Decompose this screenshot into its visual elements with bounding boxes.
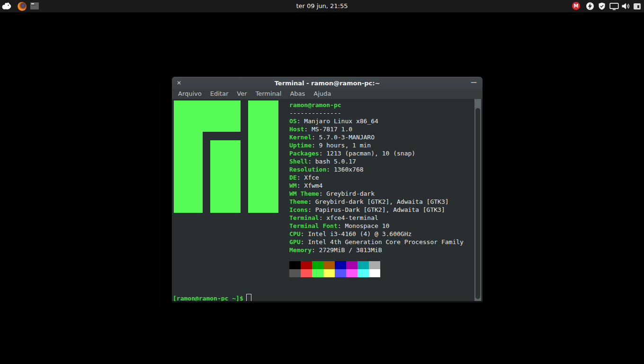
- volume-icon[interactable]: [621, 2, 630, 10]
- neofetch-info-line: Kernel: 5.7.0-3-MANJARO: [289, 133, 375, 141]
- palette-swatch: [323, 261, 335, 269]
- prompt-text: [ramon@ramon-pc ~]$: [173, 295, 243, 302]
- info-label: Terminal: [289, 214, 319, 221]
- neofetch-info-line: CPU: Intel i3-4160 (4) @ 3.600GHz: [289, 230, 411, 238]
- palette-swatch: [289, 261, 301, 269]
- menu-item-ajuda[interactable]: Ajuda: [309, 89, 335, 99]
- window-titlebar[interactable]: ✕ Terminal - ramon@ramon-pc:~ —: [172, 77, 483, 89]
- menu-item-arquivo[interactable]: Arquivo: [174, 89, 206, 99]
- neofetch-info-line: Icons: Papirus-Dark [GTK2], Adwaita [GTK…: [289, 206, 445, 214]
- neofetch-info-line: Memory: 2729MiB / 3813MiB: [289, 246, 382, 254]
- palette-swatch: [358, 269, 369, 277]
- info-label: Uptime: [289, 142, 312, 149]
- notes-icon-detail: [637, 5, 639, 8]
- palette-swatch: [346, 269, 358, 277]
- info-value: : Intel 4th Generation Core Processor Fa…: [300, 238, 463, 246]
- info-value: : Monospace 10: [338, 222, 390, 229]
- info-value: : 644x364: [326, 166, 363, 173]
- info-value: : xfce4-terminal: [319, 214, 378, 221]
- palette-swatch: [335, 261, 346, 269]
- neofetch-user-host: ramon@ramon-pc: [289, 101, 341, 109]
- palette-swatch: [346, 261, 358, 269]
- pager-mini-window: [31, 3, 34, 4]
- manjaro-logo-block: [210, 140, 241, 213]
- info-label: Packages: [289, 150, 319, 157]
- neofetch-info-line: Terminal: xfce4-terminal: [289, 214, 378, 222]
- notes-tray-icon[interactable]: [634, 3, 641, 9]
- palette-swatch: [301, 261, 312, 269]
- info-label: Theme: [289, 198, 308, 205]
- neofetch-info-line: WM Theme: Greybird-dark: [289, 190, 375, 198]
- menu-item-editar[interactable]: Editar: [206, 89, 233, 99]
- info-value: : Papirus-Dark [GTK2], Adwaita [GTK3]: [308, 206, 445, 213]
- info-label: Host: [289, 126, 304, 133]
- info-label: WM Theme: [289, 190, 319, 197]
- menu-item-ver[interactable]: Ver: [233, 89, 251, 99]
- manjaro-logo-block: [174, 132, 203, 213]
- palette-swatch: [312, 261, 323, 269]
- neofetch-info-line: Theme: Greybird-dark [GTK2], Adwaita [GT…: [289, 198, 449, 206]
- info-value: : 9 hours, 1 min: [312, 142, 371, 149]
- info-value: : bash 5.0.17: [308, 158, 356, 165]
- neofetch-info-line: Packages: 1213 (pacman), 10 (snap): [289, 149, 415, 157]
- palette-swatch: [289, 269, 301, 277]
- info-label: Memory: [289, 246, 312, 254]
- terminal-content[interactable]: ramon@ramon-pc -------------- OS: Manjar…: [172, 99, 483, 302]
- info-value: : 2729MiB / 3813MiB: [312, 246, 382, 254]
- neofetch-info-line: OS: Manjaro Linux x86_64: [289, 117, 378, 125]
- info-value: : MS-7817 1.0: [304, 126, 352, 133]
- info-value: : Greybird-dark: [319, 190, 375, 197]
- menu-bar: ArquivoEditarVerTerminalAbasAjuda: [172, 89, 483, 99]
- info-label: Terminal Font: [289, 222, 338, 229]
- manjaro-logo-block: [248, 100, 278, 213]
- neofetch-separator: --------------: [289, 109, 341, 117]
- palette-swatch: [369, 261, 380, 269]
- info-value: : Greybird-dark [GTK2], Adwaita [GTK3]: [308, 198, 448, 205]
- manjaro-logo-block: [174, 100, 241, 132]
- info-label: Shell: [289, 158, 308, 165]
- neofetch-info-line: Resolution: 644x364: [289, 165, 364, 173]
- neofetch-info-line: Host: MS-7817 1.0: [289, 125, 352, 133]
- menu-item-abas[interactable]: Abas: [286, 89, 309, 99]
- info-value: : Xfwm4: [297, 182, 323, 189]
- info-label: Resolution: [289, 166, 326, 173]
- info-label: WM: [289, 182, 297, 189]
- menu-item-terminal[interactable]: Terminal: [251, 89, 286, 99]
- mega-tray-icon[interactable]: M: [572, 2, 580, 10]
- scrollbar-slider[interactable]: [475, 108, 480, 299]
- top-panel: ter 09 jun, 21:55 M: [0, 0, 644, 12]
- info-value: : Intel i3-4160 (4) @ 3.600GHz: [300, 230, 411, 237]
- power-manager-icon[interactable]: [586, 2, 594, 10]
- neofetch-info-line: GPU: Intel 4th Generation Core Processor…: [289, 238, 464, 246]
- info-value: : Xfce: [297, 174, 319, 181]
- info-label: Icons: [289, 206, 308, 213]
- panel-clock[interactable]: ter 09 jun, 21:55: [296, 0, 348, 12]
- scrollbar[interactable]: [474, 99, 481, 301]
- terminal-window: ✕ Terminal - ramon@ramon-pc:~ — ArquivoE…: [172, 77, 483, 302]
- terminal-cursor: [246, 294, 251, 301]
- shell-prompt[interactable]: [ramon@ramon-pc ~]$: [173, 294, 251, 302]
- palette-swatch: [335, 269, 346, 277]
- info-label: GPU: [289, 238, 300, 246]
- info-label: OS: [289, 118, 297, 125]
- info-value: : 5.7.0-3-MANJARO: [312, 134, 375, 141]
- info-value: : 1213 (pacman), 10 (snap): [319, 150, 416, 157]
- palette-swatch: [301, 269, 312, 277]
- info-label: DE: [289, 174, 297, 181]
- palette-swatch: [323, 269, 335, 277]
- info-value: : Manjaro Linux x86_64: [297, 118, 378, 125]
- minimize-button[interactable]: —: [471, 77, 477, 89]
- pager-mini-window: [31, 5, 36, 6]
- neofetch-info-line: WM: Xfwm4: [289, 182, 322, 190]
- whisker-menu-icon[interactable]: [1, 2, 12, 10]
- info-label: CPU: [289, 230, 300, 237]
- display-icon[interactable]: [609, 2, 619, 10]
- info-label: Kernel: [289, 134, 312, 141]
- workspace-switcher[interactable]: [30, 2, 39, 9]
- palette-swatch: [312, 269, 323, 277]
- security-shield-icon[interactable]: [598, 2, 606, 10]
- firefox-icon[interactable]: [18, 2, 27, 11]
- window-title: Terminal - ramon@ramon-pc:~: [172, 77, 483, 89]
- palette-swatch: [369, 269, 380, 277]
- neofetch-info-line: Shell: bash 5.0.17: [289, 157, 356, 165]
